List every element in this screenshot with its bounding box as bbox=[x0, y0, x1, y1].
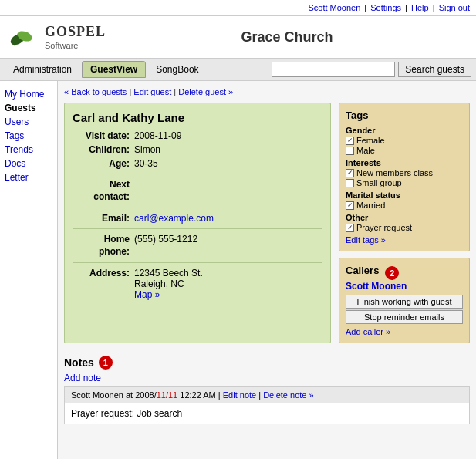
delete-guest-link[interactable]: Delete guest » bbox=[178, 87, 233, 96]
new-members-checkbox[interactable] bbox=[346, 169, 354, 177]
visit-date-row: Visit date: 2008-11-09 bbox=[73, 130, 322, 141]
sidebar-item-users[interactable]: Users bbox=[5, 115, 52, 129]
notes-header: Notes 1 bbox=[64, 351, 470, 373]
tab-guestview[interactable]: GuestView bbox=[82, 61, 146, 78]
prayer-checkbox[interactable] bbox=[346, 224, 354, 232]
small-group-label: Small group bbox=[356, 178, 402, 187]
email-row: Email: carl@example.com bbox=[73, 213, 322, 224]
children-value: Simon bbox=[134, 144, 322, 155]
sep1: | bbox=[364, 3, 369, 12]
new-members-row: New members class bbox=[346, 168, 463, 177]
marital-label: Marital status bbox=[346, 191, 463, 200]
visit-date-value: 2008-11-09 bbox=[134, 130, 322, 141]
sidebar-item-docs[interactable]: Docs bbox=[5, 157, 52, 170]
email-link[interactable]: carl@example.com bbox=[134, 213, 214, 224]
note-header: Scott Moonen at 2008/11/11 12:22 AM | Ed… bbox=[65, 387, 469, 403]
content: « Back to guests | Edit guest | Delete g… bbox=[58, 81, 476, 459]
note-author: Scott Moonen at 2008/ bbox=[71, 390, 157, 400]
sep2: | bbox=[405, 3, 410, 12]
logo-text-area: Gospel Software bbox=[45, 24, 106, 51]
help-link[interactable]: Help bbox=[411, 3, 429, 12]
sidebar-item-myhome[interactable]: My Home bbox=[5, 87, 52, 101]
age-label: Age: bbox=[73, 158, 134, 169]
callers-badge: 2 bbox=[385, 266, 399, 280]
notes-badge: 1 bbox=[99, 356, 113, 370]
logo-sub: Software bbox=[45, 41, 78, 50]
add-caller-link[interactable]: Add caller » bbox=[346, 327, 463, 336]
note-date-rest: 12:22 AM bbox=[177, 390, 216, 400]
signout-link[interactable]: Sign out bbox=[439, 3, 470, 12]
callers-panel: Callers 2 Scott Moonen Finish working wi… bbox=[339, 258, 470, 343]
male-checkbox[interactable] bbox=[346, 147, 354, 155]
female-label: Female bbox=[356, 136, 385, 145]
visit-date-label: Visit date: bbox=[73, 130, 134, 141]
logo-icon bbox=[8, 21, 40, 53]
nav-bar: Administration GuestView SongBook Search… bbox=[0, 58, 476, 81]
age-value: 30-35 bbox=[134, 158, 322, 169]
search-area: Search guests bbox=[272, 62, 471, 77]
email-value: carl@example.com bbox=[134, 213, 322, 224]
user-link[interactable]: Scott Moonen bbox=[308, 3, 360, 12]
church-name: Grace Church bbox=[106, 29, 468, 46]
main-layout: My Home Guests Users Tags Trends Docs Le… bbox=[0, 81, 476, 459]
children-label: Children: bbox=[73, 144, 134, 155]
prayer-row: Prayer request bbox=[346, 223, 463, 232]
note-body: Prayer request: Job search bbox=[65, 403, 469, 424]
married-label: Married bbox=[356, 201, 385, 210]
tab-administration[interactable]: Administration bbox=[5, 61, 80, 78]
next-contact-label: Nextcontact: bbox=[73, 179, 134, 203]
caller-name-link[interactable]: Scott Moonen bbox=[346, 281, 463, 292]
sep3: | bbox=[433, 3, 437, 12]
age-row: Age: 30-35 bbox=[73, 158, 322, 169]
logo-area: Gospel Software bbox=[8, 21, 106, 53]
delete-note-link[interactable]: Delete note » bbox=[263, 390, 313, 400]
settings-link[interactable]: Settings bbox=[370, 3, 401, 12]
finish-working-button[interactable]: Finish working with guest bbox=[346, 295, 463, 309]
breadcrumb: « Back to guests | Edit guest | Delete g… bbox=[64, 87, 470, 96]
map-link[interactable]: Map » bbox=[134, 289, 160, 300]
edit-note-link[interactable]: Edit note bbox=[223, 390, 256, 400]
sidebar-item-trends[interactable]: Trends bbox=[5, 143, 52, 157]
sidebar-item-guests[interactable]: Guests bbox=[5, 101, 52, 115]
new-members-label: New members class bbox=[356, 168, 433, 177]
stop-reminder-button[interactable]: Stop reminder emails bbox=[346, 310, 463, 324]
sidebar-item-letter[interactable]: Letter bbox=[5, 170, 52, 184]
edit-tags-link[interactable]: Edit tags » bbox=[346, 235, 463, 245]
married-row: Married bbox=[346, 201, 463, 210]
email-label: Email: bbox=[73, 213, 134, 224]
address-line2: Raleigh, NC bbox=[134, 278, 184, 289]
small-group-row: Small group bbox=[346, 178, 463, 187]
children-row: Children: Simon bbox=[73, 144, 322, 155]
search-input[interactable] bbox=[272, 62, 395, 77]
small-group-checkbox[interactable] bbox=[346, 179, 354, 187]
home-phone-row: Homephone: (555) 555-1212 bbox=[73, 234, 322, 258]
address-value: 12345 Beech St. Raleigh, NC Map » bbox=[134, 268, 322, 300]
interests-label: Interests bbox=[346, 158, 463, 167]
gender-label: Gender bbox=[346, 126, 463, 135]
right-panels: Tags Gender Female Male Interests New me… bbox=[339, 103, 470, 343]
home-phone-value: (555) 555-1212 bbox=[134, 234, 322, 245]
back-to-guests-link[interactable]: « Back to guests bbox=[64, 87, 127, 96]
sidebar: My Home Guests Users Tags Trends Docs Le… bbox=[0, 81, 58, 459]
home-phone-label: Homephone: bbox=[73, 234, 134, 258]
logo-name: Gospel bbox=[45, 24, 106, 39]
search-button[interactable]: Search guests bbox=[398, 62, 471, 77]
top-bar: Scott Moonen | Settings | Help | Sign ou… bbox=[0, 0, 476, 16]
guest-area: Carl and Kathy Lane Visit date: 2008-11-… bbox=[64, 103, 470, 343]
prayer-label: Prayer request bbox=[356, 223, 412, 232]
add-note-link[interactable]: Add note bbox=[64, 373, 101, 383]
guest-info: Carl and Kathy Lane Visit date: 2008-11-… bbox=[64, 103, 331, 343]
female-row: Female bbox=[346, 136, 463, 145]
female-checkbox[interactable] bbox=[346, 137, 354, 145]
tab-songbook[interactable]: SongBook bbox=[147, 61, 207, 78]
main-header: Gospel Software Grace Church bbox=[0, 16, 476, 58]
other-label: Other bbox=[346, 213, 463, 222]
married-checkbox[interactable] bbox=[346, 201, 354, 210]
tags-title: Tags bbox=[346, 110, 463, 121]
next-contact-row: Nextcontact: bbox=[73, 179, 322, 203]
note-date-highlight: 11/11 bbox=[157, 390, 178, 400]
edit-guest-link[interactable]: Edit guest bbox=[133, 87, 171, 96]
notes-title: Notes bbox=[64, 356, 94, 369]
tags-panel: Tags Gender Female Male Interests New me… bbox=[339, 103, 470, 251]
sidebar-item-tags[interactable]: Tags bbox=[5, 129, 52, 143]
